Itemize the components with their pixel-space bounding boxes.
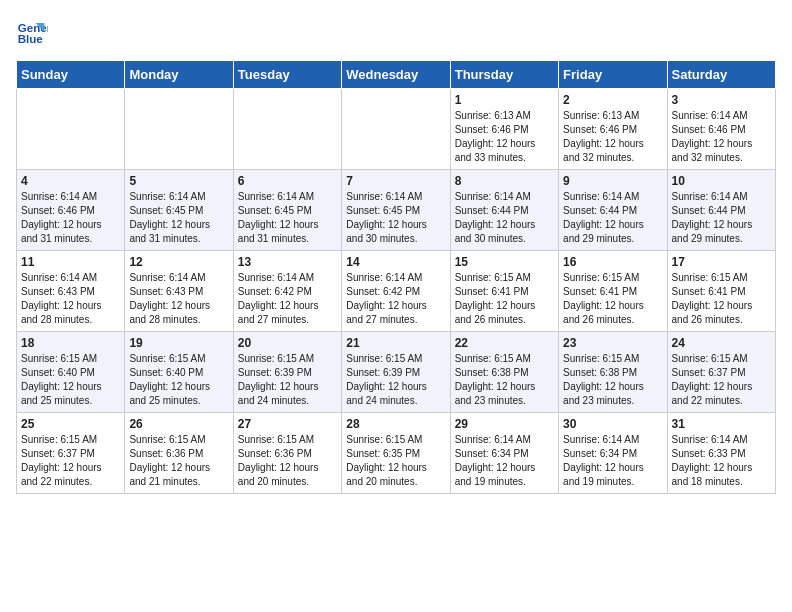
day-cell: 15Sunrise: 6:15 AMSunset: 6:41 PMDayligh… xyxy=(450,251,558,332)
logo: General Blue xyxy=(16,16,48,48)
day-info: Sunrise: 6:15 AMSunset: 6:40 PMDaylight:… xyxy=(129,352,228,408)
day-number: 20 xyxy=(238,336,337,350)
day-number: 21 xyxy=(346,336,445,350)
day-cell: 20Sunrise: 6:15 AMSunset: 6:39 PMDayligh… xyxy=(233,332,341,413)
day-cell: 29Sunrise: 6:14 AMSunset: 6:34 PMDayligh… xyxy=(450,413,558,494)
day-number: 14 xyxy=(346,255,445,269)
day-info: Sunrise: 6:14 AMSunset: 6:44 PMDaylight:… xyxy=(672,190,771,246)
day-number: 31 xyxy=(672,417,771,431)
day-number: 23 xyxy=(563,336,662,350)
header-cell-sunday: Sunday xyxy=(17,61,125,89)
day-info: Sunrise: 6:14 AMSunset: 6:46 PMDaylight:… xyxy=(672,109,771,165)
day-cell: 21Sunrise: 6:15 AMSunset: 6:39 PMDayligh… xyxy=(342,332,450,413)
day-info: Sunrise: 6:15 AMSunset: 6:35 PMDaylight:… xyxy=(346,433,445,489)
day-cell: 4Sunrise: 6:14 AMSunset: 6:46 PMDaylight… xyxy=(17,170,125,251)
calendar-table: SundayMondayTuesdayWednesdayThursdayFrid… xyxy=(16,60,776,494)
day-number: 12 xyxy=(129,255,228,269)
day-number: 13 xyxy=(238,255,337,269)
logo-icon: General Blue xyxy=(16,16,48,48)
day-number: 8 xyxy=(455,174,554,188)
day-number: 25 xyxy=(21,417,120,431)
day-info: Sunrise: 6:13 AMSunset: 6:46 PMDaylight:… xyxy=(455,109,554,165)
day-info: Sunrise: 6:15 AMSunset: 6:39 PMDaylight:… xyxy=(238,352,337,408)
day-cell: 10Sunrise: 6:14 AMSunset: 6:44 PMDayligh… xyxy=(667,170,775,251)
day-info: Sunrise: 6:15 AMSunset: 6:36 PMDaylight:… xyxy=(238,433,337,489)
header-cell-saturday: Saturday xyxy=(667,61,775,89)
day-info: Sunrise: 6:14 AMSunset: 6:42 PMDaylight:… xyxy=(346,271,445,327)
day-cell: 28Sunrise: 6:15 AMSunset: 6:35 PMDayligh… xyxy=(342,413,450,494)
day-info: Sunrise: 6:15 AMSunset: 6:36 PMDaylight:… xyxy=(129,433,228,489)
day-info: Sunrise: 6:15 AMSunset: 6:41 PMDaylight:… xyxy=(563,271,662,327)
day-cell: 1Sunrise: 6:13 AMSunset: 6:46 PMDaylight… xyxy=(450,89,558,170)
day-number: 3 xyxy=(672,93,771,107)
day-cell: 13Sunrise: 6:14 AMSunset: 6:42 PMDayligh… xyxy=(233,251,341,332)
header-row: SundayMondayTuesdayWednesdayThursdayFrid… xyxy=(17,61,776,89)
day-info: Sunrise: 6:14 AMSunset: 6:42 PMDaylight:… xyxy=(238,271,337,327)
day-number: 22 xyxy=(455,336,554,350)
day-cell xyxy=(125,89,233,170)
day-cell: 23Sunrise: 6:15 AMSunset: 6:38 PMDayligh… xyxy=(559,332,667,413)
week-row-3: 11Sunrise: 6:14 AMSunset: 6:43 PMDayligh… xyxy=(17,251,776,332)
day-cell: 24Sunrise: 6:15 AMSunset: 6:37 PMDayligh… xyxy=(667,332,775,413)
day-cell: 27Sunrise: 6:15 AMSunset: 6:36 PMDayligh… xyxy=(233,413,341,494)
day-number: 1 xyxy=(455,93,554,107)
day-info: Sunrise: 6:14 AMSunset: 6:46 PMDaylight:… xyxy=(21,190,120,246)
day-number: 10 xyxy=(672,174,771,188)
day-number: 17 xyxy=(672,255,771,269)
day-number: 18 xyxy=(21,336,120,350)
day-cell: 5Sunrise: 6:14 AMSunset: 6:45 PMDaylight… xyxy=(125,170,233,251)
header-cell-wednesday: Wednesday xyxy=(342,61,450,89)
day-info: Sunrise: 6:14 AMSunset: 6:44 PMDaylight:… xyxy=(563,190,662,246)
day-cell xyxy=(233,89,341,170)
calendar-header: SundayMondayTuesdayWednesdayThursdayFrid… xyxy=(17,61,776,89)
day-cell xyxy=(17,89,125,170)
week-row-1: 1Sunrise: 6:13 AMSunset: 6:46 PMDaylight… xyxy=(17,89,776,170)
day-number: 28 xyxy=(346,417,445,431)
day-cell: 3Sunrise: 6:14 AMSunset: 6:46 PMDaylight… xyxy=(667,89,775,170)
day-number: 24 xyxy=(672,336,771,350)
week-row-5: 25Sunrise: 6:15 AMSunset: 6:37 PMDayligh… xyxy=(17,413,776,494)
day-number: 5 xyxy=(129,174,228,188)
header-cell-friday: Friday xyxy=(559,61,667,89)
day-cell: 11Sunrise: 6:14 AMSunset: 6:43 PMDayligh… xyxy=(17,251,125,332)
day-number: 11 xyxy=(21,255,120,269)
day-info: Sunrise: 6:15 AMSunset: 6:37 PMDaylight:… xyxy=(672,352,771,408)
day-info: Sunrise: 6:14 AMSunset: 6:33 PMDaylight:… xyxy=(672,433,771,489)
day-info: Sunrise: 6:15 AMSunset: 6:38 PMDaylight:… xyxy=(563,352,662,408)
day-cell: 7Sunrise: 6:14 AMSunset: 6:45 PMDaylight… xyxy=(342,170,450,251)
week-row-4: 18Sunrise: 6:15 AMSunset: 6:40 PMDayligh… xyxy=(17,332,776,413)
day-info: Sunrise: 6:15 AMSunset: 6:37 PMDaylight:… xyxy=(21,433,120,489)
day-info: Sunrise: 6:14 AMSunset: 6:45 PMDaylight:… xyxy=(346,190,445,246)
day-info: Sunrise: 6:14 AMSunset: 6:45 PMDaylight:… xyxy=(238,190,337,246)
day-cell: 22Sunrise: 6:15 AMSunset: 6:38 PMDayligh… xyxy=(450,332,558,413)
day-info: Sunrise: 6:14 AMSunset: 6:34 PMDaylight:… xyxy=(563,433,662,489)
day-info: Sunrise: 6:14 AMSunset: 6:44 PMDaylight:… xyxy=(455,190,554,246)
day-number: 16 xyxy=(563,255,662,269)
day-info: Sunrise: 6:14 AMSunset: 6:45 PMDaylight:… xyxy=(129,190,228,246)
day-cell: 17Sunrise: 6:15 AMSunset: 6:41 PMDayligh… xyxy=(667,251,775,332)
day-cell: 12Sunrise: 6:14 AMSunset: 6:43 PMDayligh… xyxy=(125,251,233,332)
day-cell xyxy=(342,89,450,170)
day-number: 15 xyxy=(455,255,554,269)
day-cell: 18Sunrise: 6:15 AMSunset: 6:40 PMDayligh… xyxy=(17,332,125,413)
day-number: 29 xyxy=(455,417,554,431)
day-cell: 2Sunrise: 6:13 AMSunset: 6:46 PMDaylight… xyxy=(559,89,667,170)
day-number: 27 xyxy=(238,417,337,431)
day-info: Sunrise: 6:15 AMSunset: 6:41 PMDaylight:… xyxy=(672,271,771,327)
day-cell: 14Sunrise: 6:14 AMSunset: 6:42 PMDayligh… xyxy=(342,251,450,332)
day-info: Sunrise: 6:14 AMSunset: 6:43 PMDaylight:… xyxy=(21,271,120,327)
day-info: Sunrise: 6:13 AMSunset: 6:46 PMDaylight:… xyxy=(563,109,662,165)
svg-text:Blue: Blue xyxy=(18,33,44,45)
day-cell: 31Sunrise: 6:14 AMSunset: 6:33 PMDayligh… xyxy=(667,413,775,494)
day-cell: 19Sunrise: 6:15 AMSunset: 6:40 PMDayligh… xyxy=(125,332,233,413)
week-row-2: 4Sunrise: 6:14 AMSunset: 6:46 PMDaylight… xyxy=(17,170,776,251)
page-header: General Blue xyxy=(16,16,776,48)
day-cell: 9Sunrise: 6:14 AMSunset: 6:44 PMDaylight… xyxy=(559,170,667,251)
day-info: Sunrise: 6:15 AMSunset: 6:40 PMDaylight:… xyxy=(21,352,120,408)
day-number: 9 xyxy=(563,174,662,188)
header-cell-thursday: Thursday xyxy=(450,61,558,89)
day-cell: 25Sunrise: 6:15 AMSunset: 6:37 PMDayligh… xyxy=(17,413,125,494)
day-number: 2 xyxy=(563,93,662,107)
day-cell: 30Sunrise: 6:14 AMSunset: 6:34 PMDayligh… xyxy=(559,413,667,494)
day-info: Sunrise: 6:15 AMSunset: 6:41 PMDaylight:… xyxy=(455,271,554,327)
